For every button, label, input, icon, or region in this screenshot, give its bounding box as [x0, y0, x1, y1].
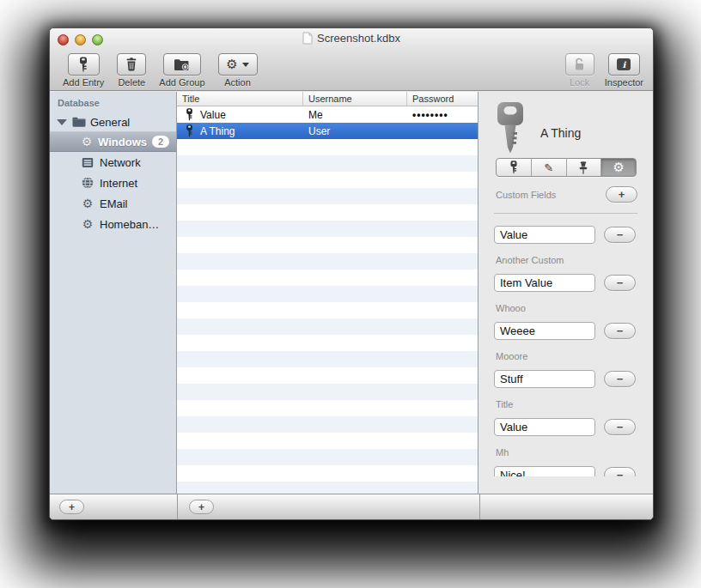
sidebar-item-internet[interactable]: Internet — [50, 173, 176, 193]
sidebar-item-label: Windows — [98, 136, 147, 149]
lock-button: Lock — [565, 53, 594, 91]
custom-field-row: − — [494, 322, 637, 340]
action-button[interactable]: ⚙ Action — [218, 53, 258, 91]
bottom-bar: + + — [50, 494, 653, 519]
content-area: Database General ⚙ Windows 2 — [50, 92, 653, 495]
add-group-button[interactable]: Add Group — [159, 53, 204, 91]
inspector-button[interactable]: i Inspector — [605, 53, 643, 91]
entry-password: •••••••• — [407, 106, 478, 123]
remove-field-button[interactable]: − — [604, 371, 636, 387]
custom-field-label: Mh — [496, 447, 509, 458]
trash-icon — [125, 58, 137, 71]
entry-username: Me — [303, 106, 407, 123]
sidebar-item-label: Internet — [100, 177, 137, 190]
sidebar-item-homebanking[interactable]: ⚙ Homeban… — [50, 214, 176, 234]
info-icon: i — [617, 58, 631, 70]
remove-field-button[interactable]: − — [604, 323, 636, 339]
table-row-selected[interactable]: A Thing User — [177, 123, 478, 139]
entry-key-icon — [493, 101, 527, 155]
custom-field-value-input[interactable] — [494, 322, 595, 340]
inspector-entry-title: A Thing — [540, 126, 581, 140]
inspector-tabs: ✎ ⚙ — [496, 158, 637, 177]
custom-field-label: Mooore — [496, 351, 527, 361]
sidebar-item-network[interactable]: Network — [50, 152, 176, 173]
custom-field-label: Whooo — [496, 303, 526, 313]
table-row[interactable]: Value Me •••••••• — [177, 106, 478, 123]
table-body: Value Me •••••••• A Thing User — [177, 106, 478, 495]
key-icon — [186, 108, 193, 121]
lock-label: Lock — [570, 77, 589, 88]
desktop-background: Screenshot.kdbx Add Entry — [0, 0, 701, 588]
sidebar-item-label: Homeban… — [100, 218, 159, 231]
remove-field-button[interactable]: − — [604, 227, 636, 243]
remove-field-button[interactable]: − — [604, 419, 636, 435]
gear-icon: ⚙ — [226, 58, 237, 71]
gear-icon: ⚙ — [81, 218, 94, 230]
remove-field-button[interactable]: − — [604, 467, 636, 476]
gear-icon: ⚙ — [613, 161, 624, 174]
sidebar-item-label: Network — [100, 156, 141, 169]
sidebar-group-label: General — [90, 116, 130, 129]
sidebar-item-email[interactable]: ⚙ EMail — [50, 193, 176, 214]
toolbar: Add Entry Delete — [50, 47, 653, 91]
tab-custom-fields[interactable]: ⚙ — [601, 159, 636, 176]
pin-icon — [578, 161, 588, 174]
gear-icon: ⚙ — [81, 197, 94, 209]
add-entry-button[interactable]: Add Entry — [63, 53, 104, 91]
titlebar[interactable]: Screenshot.kdbx — [50, 28, 653, 47]
custom-field-value-input[interactable] — [494, 466, 595, 476]
entry-table: Title Username Password Value Me ••••••• — [177, 92, 479, 495]
tab-notes[interactable]: ✎ — [532, 159, 567, 176]
sidebar-section-header: Database — [50, 92, 176, 112]
custom-field-row: − — [494, 418, 637, 436]
key-icon — [78, 57, 88, 73]
custom-fields-heading: Custom Fields — [496, 190, 556, 200]
folder-icon — [72, 117, 86, 127]
add-entry-plus-button[interactable]: + — [189, 500, 214, 514]
action-label: Action — [224, 77, 251, 88]
divider — [177, 494, 178, 519]
sidebar-item-label: EMail — [100, 197, 128, 210]
custom-field-row: − — [494, 370, 637, 388]
inspector-label: Inspector — [605, 77, 643, 88]
key-icon — [186, 124, 193, 137]
sidebar-group-general[interactable]: General — [50, 112, 176, 131]
inspector-panel: A Thing ✎ — [479, 92, 653, 495]
lock-open-icon — [573, 58, 586, 71]
entry-username: User — [303, 123, 407, 139]
add-entry-label: Add Entry — [63, 77, 104, 88]
table-header: Title Username Password — [177, 92, 478, 106]
custom-field-value-input[interactable] — [494, 418, 595, 436]
gear-icon: ⚙ — [81, 136, 93, 148]
divider — [479, 494, 480, 519]
folder-plus-icon — [174, 58, 190, 71]
document-icon — [302, 32, 313, 45]
divider — [494, 213, 637, 214]
sidebar-item-windows[interactable]: ⚙ Windows 2 — [50, 131, 176, 152]
key-icon — [509, 161, 518, 174]
custom-field-value-input[interactable] — [494, 226, 595, 244]
custom-field-value-input[interactable] — [494, 274, 595, 292]
tab-attachments[interactable] — [567, 159, 602, 176]
custom-field-label: Another Custom — [496, 255, 564, 265]
custom-field-value-input[interactable] — [494, 370, 595, 388]
sidebar: Database General ⚙ Windows 2 — [50, 92, 177, 495]
entry-count-badge: 2 — [152, 136, 169, 148]
app-window: Screenshot.kdbx Add Entry — [49, 27, 654, 520]
delete-button[interactable]: Delete — [117, 53, 146, 91]
network-icon — [81, 157, 94, 168]
entry-password — [407, 123, 478, 139]
globe-icon — [81, 177, 94, 189]
column-header-password[interactable]: Password — [407, 92, 478, 106]
add-group-plus-button[interactable]: + — [59, 500, 84, 514]
disclosure-triangle-icon[interactable] — [57, 119, 67, 125]
delete-label: Delete — [118, 77, 145, 88]
add-group-label: Add Group — [159, 77, 204, 88]
custom-field-label: Title — [496, 399, 513, 409]
custom-field-row: − — [494, 466, 637, 476]
remove-field-button[interactable]: − — [604, 275, 636, 291]
tab-general[interactable] — [497, 159, 532, 176]
column-header-username[interactable]: Username — [303, 92, 407, 106]
column-header-title[interactable]: Title — [177, 92, 303, 106]
add-custom-field-button[interactable]: + — [606, 186, 637, 203]
